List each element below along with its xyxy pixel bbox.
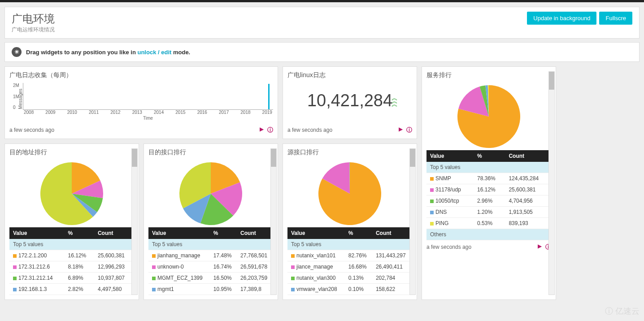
widget-title: 目的地址排行	[9, 148, 134, 156]
scrollbar[interactable]	[270, 148, 277, 295]
data-table: Value%Count Top 5 valuesnutanix_vlan1018…	[287, 227, 412, 295]
table-row[interactable]: unknown-016.74%26,591,678	[148, 261, 273, 273]
table-row[interactable]: PING0.53%839,193	[426, 218, 551, 229]
table-row[interactable]: 172.2.1.20016.12%25,600,381	[9, 250, 134, 261]
page-subtitle: 广电运维环境情况	[12, 26, 55, 34]
table-row[interactable]: jiance_manage16.68%26,490,411	[287, 261, 412, 273]
widget-timestamp: a few seconds ago	[287, 127, 332, 133]
data-table: Value%Count Top 5 valuesSNMP78.36%124,43…	[426, 150, 551, 240]
info-icon[interactable]: ⓘ	[406, 126, 412, 134]
update-background-button[interactable]: Update in background	[527, 12, 596, 25]
scrollbar[interactable]	[409, 148, 416, 295]
widget-dest-addr-rank[interactable]: 目的地址排行 Value%Count Top 5 values172.2.1.2…	[4, 143, 139, 300]
drag-hint-text: Drag widgets to any position you like in…	[26, 49, 190, 56]
widget-linux-log-counter[interactable]: 广电linux日志 10,421,284 ︽︽︽ a few seconds a…	[283, 66, 417, 139]
table-row[interactable]: jianhang_manage17.48%27,768,501	[148, 250, 273, 261]
drag-hint-bar: ☀ Drag widgets to any position you like …	[4, 42, 640, 62]
widget-dest-port-rank[interactable]: 目的接口排行 Value%Count Top 5 valuesjianhang_…	[144, 143, 278, 300]
widget-title: 目的接口排行	[148, 148, 273, 156]
histogram-chart: Messages 2M1M0 2008200920102011201220132…	[23, 83, 273, 123]
data-table: Value%Count Top 5 values172.2.1.20016.12…	[9, 227, 134, 295]
unlock-edit-link[interactable]: unlock / edit	[137, 49, 171, 56]
data-table: Value%Count Top 5 valuesjianhang_manage1…	[148, 227, 273, 295]
pie-chart	[455, 83, 522, 150]
widget-title: 广电linux日志	[287, 71, 412, 79]
table-row[interactable]: 172.31.212.146.89%10,937,807	[9, 273, 134, 284]
table-row[interactable]: 31178/udp16.12%25,600,381	[426, 184, 551, 195]
widget-title: 源接口排行	[287, 148, 412, 156]
page-header: 广电环境 广电运维环境情况 Update in background Fulls…	[4, 7, 640, 39]
table-row[interactable]: nutanix_vlan10182.76%131,443,297	[287, 250, 412, 261]
table-row[interactable]: vmware_vlan2080.10%158,622	[287, 284, 412, 295]
table-row[interactable]: MGMT_ECZ_139916.50%26,203,759	[148, 273, 273, 284]
table-row[interactable]: DNS1.20%1,913,505	[426, 207, 551, 218]
info-icon[interactable]: ⓘ	[267, 126, 273, 134]
widget-service-rank[interactable]: 服务排行 Value%Count Top 5 valuesSNMP78.36%1…	[422, 66, 556, 300]
table-row[interactable]: nutanix_vlan3000.13%202,784	[287, 273, 412, 284]
widget-title: 广电日志收集（每周）	[9, 71, 273, 79]
trend-up-icon: ︽︽︽	[392, 96, 398, 105]
pie-chart	[177, 160, 244, 227]
widget-title: 服务排行	[426, 71, 551, 79]
lightbulb-icon: ☀	[12, 47, 22, 57]
counter-value: 10,421,284 ︽︽︽	[287, 83, 412, 118]
widget-src-port-rank[interactable]: 源接口排行 Value%Count Top 5 valuesnutanix_vl…	[283, 143, 417, 300]
table-row[interactable]: SNMP78.36%124,435,284	[426, 173, 551, 184]
page-title: 广电环境	[12, 12, 55, 26]
play-icon[interactable]: ▶	[399, 126, 403, 134]
scrollbar[interactable]	[548, 71, 555, 295]
table-row[interactable]: mgmt110.95%17,389,8	[148, 284, 273, 295]
scrollbar[interactable]	[131, 148, 138, 295]
pie-chart	[316, 160, 383, 227]
table-row[interactable]: 192.168.1.32.82%4,497,580	[9, 284, 134, 295]
play-icon[interactable]: ▶	[260, 126, 264, 134]
table-row[interactable]: 172.31.212.68.18%12,996,293	[9, 261, 134, 273]
widget-timestamp: a few seconds ago	[426, 244, 471, 250]
pie-chart	[38, 160, 105, 227]
widget-timestamp: a few seconds ago	[9, 127, 54, 133]
table-row[interactable]: 10050/tcp2.96%4,704,956	[426, 195, 551, 207]
fullscreen-button[interactable]: Fullscre	[599, 12, 632, 25]
widget-log-collection[interactable]: 广电日志收集（每周） Messages 2M1M0 20082009201020…	[4, 66, 278, 139]
play-icon[interactable]: ▶	[538, 243, 542, 251]
